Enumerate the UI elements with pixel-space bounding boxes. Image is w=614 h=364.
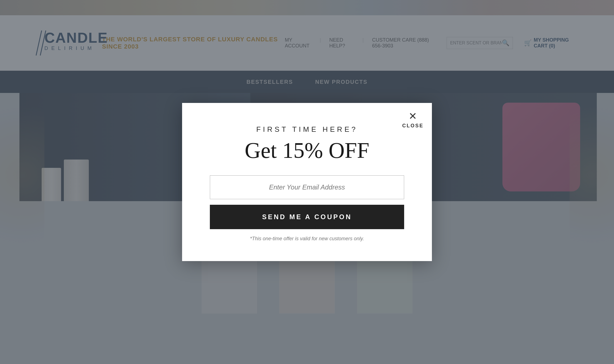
modal-overlay: ✕ CLOSE FIRST TIME HERE? Get 15% OFF SEN…: [0, 0, 614, 364]
close-button[interactable]: ✕ CLOSE: [402, 111, 424, 129]
coupon-button-label: SEND ME A COUPON: [262, 213, 352, 221]
send-coupon-button[interactable]: SEND ME A COUPON: [210, 205, 404, 229]
modal-subtitle: FIRST TIME HERE?: [210, 125, 404, 134]
popup-modal: ✕ CLOSE FIRST TIME HERE? Get 15% OFF SEN…: [182, 103, 432, 261]
modal-headline: Get 15% OFF: [210, 139, 404, 161]
close-label: CLOSE: [402, 123, 424, 129]
close-x-icon: ✕: [409, 111, 417, 121]
fine-print: *This one-time offer is valid for new cu…: [210, 236, 404, 242]
email-input[interactable]: [210, 175, 404, 199]
modal-headline-text: Get 15% OFF: [245, 138, 369, 163]
